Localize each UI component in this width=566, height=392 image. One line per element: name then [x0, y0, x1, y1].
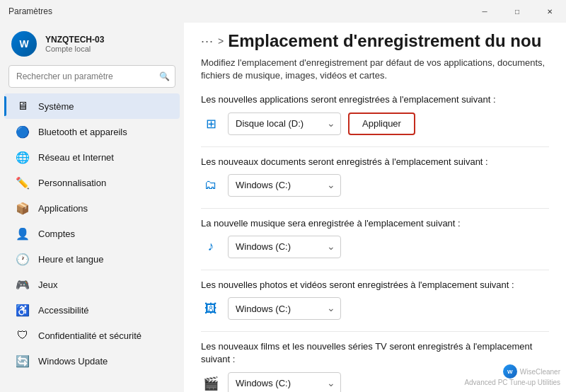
- dropdown-music[interactable]: Windows (C:) Windows (C:) Disque local (…: [228, 236, 341, 258]
- sidebar-item-comptes[interactable]: 👤 Comptes: [4, 221, 180, 246]
- nav-label-apps: Applications: [38, 203, 88, 214]
- main-header: ··· > Emplacement d'enregistrement du no…: [184, 23, 566, 57]
- section-music: La nouvelle musique sera enregistrée à l…: [184, 217, 566, 270]
- watermark-logo: W WiseCleaner: [464, 364, 560, 379]
- dropdown-movies[interactable]: Windows (C:) Windows (C:) Disque local (…: [228, 372, 341, 393]
- divider-0: [201, 146, 549, 147]
- nav-list: 🖥 Système 🔵 Bluetooth et appareils 🌐 Rés…: [0, 93, 184, 374]
- watermark-name: WiseCleaner: [520, 368, 560, 376]
- search-icon: 🔍: [159, 71, 170, 81]
- user-profile[interactable]: W YNZQTECH-03 Compte local: [0, 23, 184, 62]
- nav-icon-apps: 📦: [16, 201, 30, 215]
- nav-label-update: Windows Update: [38, 356, 108, 367]
- description: Modifiez l'emplacement d'enregistrement …: [184, 57, 566, 93]
- sidebar: W YNZQTECH-03 Compte local 🔍 🖥 Système 🔵…: [0, 23, 184, 392]
- user-name: YNZQTECH-03: [45, 35, 104, 45]
- user-account-type: Compte local: [45, 45, 104, 53]
- nav-icon-perso: ✏️: [16, 175, 30, 190]
- setting-section-docs: Les nouveaux documents seront enregistré…: [184, 156, 566, 209]
- setting-row-apps: ⊞ Disque local (D:) Windows (C:) Disque …: [201, 113, 549, 135]
- section-label-apps: Les nouvelles applications seront enregi…: [201, 93, 549, 106]
- dropdown-wrap-photos: Windows (C:) Windows (C:) Disque local (…: [228, 297, 341, 320]
- close-button[interactable]: ✕: [533, 0, 566, 23]
- nav-label-confidentialite: Confidentialité et sécurité: [38, 330, 142, 341]
- sidebar-item-apps[interactable]: 📦 Applications: [4, 195, 180, 221]
- sidebar-item-reseau[interactable]: 🌐 Réseau et Internet: [4, 144, 180, 170]
- avatar: W: [11, 31, 37, 57]
- sidebar-item-perso[interactable]: ✏️ Personnalisation: [4, 170, 180, 195]
- nav-label-reseau: Réseau et Internet: [38, 152, 114, 163]
- nav-label-bluetooth: Bluetooth et appareils: [38, 127, 127, 137]
- section-icon-movies: 🎬: [201, 374, 221, 393]
- title-bar: Paramètres ─ □ ✕: [0, 0, 566, 23]
- user-info: YNZQTECH-03 Compte local: [45, 35, 104, 53]
- divider-2: [201, 270, 549, 270]
- sections-container: Les nouvelles applications seront enregi…: [184, 93, 566, 392]
- nav-icon-update: 🔄: [16, 354, 30, 368]
- dropdown-wrap-docs: Windows (C:) Windows (C:) Disque local (…: [228, 174, 341, 197]
- nav-icon-accessibilite: ♿: [16, 303, 30, 317]
- nav-icon-jeux: 🎮: [16, 277, 30, 292]
- dropdown-wrap-apps: Disque local (D:) Windows (C:) Disque lo…: [228, 113, 341, 135]
- nav-label-accessibilite: Accessibilité: [38, 305, 89, 316]
- title-bar-controls: ─ □ ✕: [468, 0, 566, 23]
- setting-section-music: La nouvelle musique sera enregistrée à l…: [184, 217, 566, 270]
- sidebar-item-heure[interactable]: 🕐 Heure et langue: [4, 246, 180, 272]
- setting-section-photos: Les nouvelles photos et vidéos seront en…: [184, 279, 566, 332]
- search-input[interactable]: [8, 65, 175, 88]
- section-label-photos: Les nouvelles photos et vidéos seront en…: [201, 279, 549, 292]
- nav-icon-heure: 🕐: [16, 252, 30, 266]
- maximize-button[interactable]: □: [501, 0, 533, 23]
- breadcrumb-arrow: >: [218, 35, 224, 47]
- sidebar-item-jeux[interactable]: 🎮 Jeux: [4, 272, 180, 297]
- sidebar-item-bluetooth[interactable]: 🔵 Bluetooth et appareils: [4, 119, 180, 144]
- section-apps: Les nouvelles applications seront enregi…: [184, 93, 566, 146]
- section-icon-apps: ⊞: [201, 114, 221, 134]
- section-icon-photos: 🖼: [201, 299, 221, 318]
- main-panel: ··· > Emplacement d'enregistrement du no…: [184, 23, 566, 392]
- section-docs: Les nouveaux documents seront enregistré…: [184, 156, 566, 208]
- setting-section-apps: Les nouvelles applications seront enregi…: [184, 93, 566, 146]
- nav-label-jeux: Jeux: [38, 279, 57, 290]
- divider-3: [201, 331, 549, 332]
- nav-label-perso: Personnalisation: [38, 178, 106, 188]
- watermark-tagline: Advanced PC Tune-up Utilities: [464, 379, 560, 386]
- nav-icon-comptes: 👤: [16, 226, 30, 241]
- nav-icon-systeme: 🖥: [16, 99, 30, 113]
- nav-label-comptes: Comptes: [38, 229, 75, 239]
- section-label-movies: Les nouveaux films et les nouvelles séri…: [201, 340, 549, 366]
- dropdown-photos[interactable]: Windows (C:) Windows (C:) Disque local (…: [228, 297, 341, 320]
- sidebar-item-confidentialite[interactable]: 🛡 Confidentialité et sécurité: [4, 323, 180, 348]
- watermark-icon: W: [503, 364, 517, 379]
- section-icon-music: ♪: [201, 237, 221, 257]
- nav-label-systeme: Système: [38, 101, 74, 112]
- section-label-docs: Les nouveaux documents seront enregistré…: [201, 156, 549, 168]
- dropdown-docs[interactable]: Windows (C:) Windows (C:) Disque local (…: [228, 174, 341, 197]
- nav-icon-confidentialite: 🛡: [16, 328, 30, 342]
- nav-label-heure: Heure et langue: [38, 254, 104, 265]
- dropdown-wrap-music: Windows (C:) Windows (C:) Disque local (…: [228, 236, 341, 258]
- dropdown-wrap-movies: Windows (C:) Windows (C:) Disque local (…: [228, 372, 341, 393]
- breadcrumb-dots[interactable]: ···: [201, 34, 214, 49]
- watermark: W WiseCleaner Advanced PC Tune-up Utilit…: [464, 364, 560, 386]
- nav-icon-reseau: 🌐: [16, 150, 30, 164]
- dropdown-apps[interactable]: Disque local (D:) Windows (C:) Disque lo…: [228, 113, 341, 135]
- apply-button[interactable]: Appliquer: [348, 113, 415, 135]
- setting-row-docs: 🗂 Windows (C:) Windows (C:) Disque local…: [201, 174, 549, 197]
- sidebar-item-accessibilite[interactable]: ♿ Accessibilité: [4, 297, 180, 323]
- section-photos: Les nouvelles photos et vidéos seront en…: [184, 279, 566, 331]
- setting-row-photos: 🖼 Windows (C:) Windows (C:) Disque local…: [201, 297, 549, 320]
- section-label-music: La nouvelle musique sera enregistrée à l…: [201, 217, 549, 230]
- divider-1: [201, 208, 549, 209]
- sidebar-item-update[interactable]: 🔄 Windows Update: [4, 348, 180, 374]
- nav-icon-bluetooth: 🔵: [16, 125, 30, 139]
- section-icon-docs: 🗂: [201, 175, 221, 195]
- setting-row-music: ♪ Windows (C:) Windows (C:) Disque local…: [201, 236, 549, 258]
- search-box: 🔍: [8, 65, 175, 88]
- title-bar-title: Paramètres: [8, 6, 52, 16]
- sidebar-item-systeme[interactable]: 🖥 Système: [4, 93, 180, 119]
- app-body: W YNZQTECH-03 Compte local 🔍 🖥 Système 🔵…: [0, 23, 566, 392]
- page-title: Emplacement d'enregistrement du nou: [228, 31, 541, 51]
- minimize-button[interactable]: ─: [468, 0, 501, 23]
